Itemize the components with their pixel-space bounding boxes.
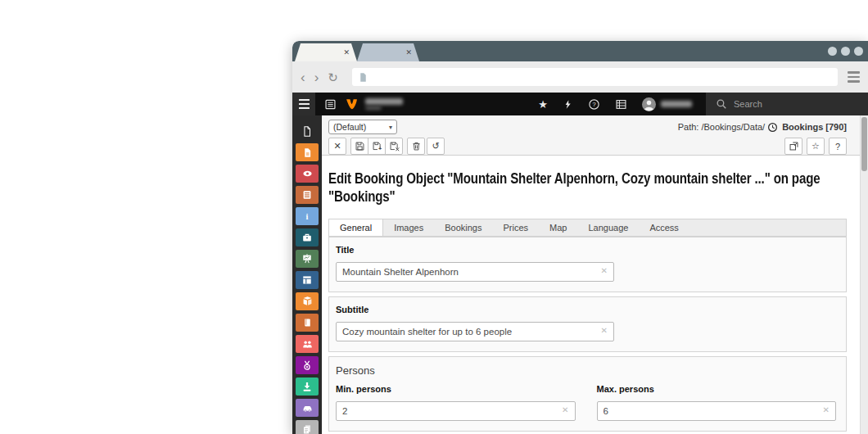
close-button[interactable]: ✕ [328, 138, 346, 155]
address-bar[interactable] [352, 68, 838, 86]
close-icon: ✕ [333, 141, 341, 151]
tab-bookings[interactable]: Bookings [434, 219, 492, 236]
content-scrollbar[interactable] [860, 115, 868, 434]
window-controls [828, 47, 863, 56]
content-area: (Default) ▾ Path: /Bookings/Data/ Bookin… [322, 115, 868, 434]
flush-cache-bolt-icon[interactable] [555, 93, 581, 115]
clear-field-icon[interactable]: ✕ [601, 267, 608, 275]
browser-tab-active[interactable]: ✕ [295, 43, 357, 61]
search-input[interactable] [734, 99, 832, 109]
save-new-icon: + [372, 141, 382, 151]
module-page-tree-icon[interactable] [296, 122, 319, 140]
save-and-close-button[interactable] [385, 138, 403, 155]
max-persons-input[interactable] [597, 401, 837, 421]
svg-text:?: ? [592, 101, 595, 108]
bookmark-button[interactable]: ☆ [807, 138, 825, 155]
typo3-logo-icon[interactable] [346, 98, 358, 111]
module-extensions-icon[interactable] [296, 292, 319, 310]
module-pages-copy-icon[interactable] [296, 420, 319, 434]
tab-close-icon[interactable]: ✕ [343, 49, 350, 57]
save-icon [355, 141, 365, 151]
persons-fieldset: Persons Min. persons ✕ Max. persons [328, 356, 847, 432]
min-persons-input[interactable] [336, 401, 576, 421]
help-icon[interactable]: ? [581, 93, 608, 115]
tab-language[interactable]: Language [577, 219, 639, 236]
tab-close-icon[interactable]: ✕ [405, 49, 412, 57]
module-transport-icon[interactable] [296, 399, 319, 417]
max-persons-label: Max. persons [597, 384, 837, 394]
svg-text:+: + [378, 146, 382, 151]
module-badges-icon[interactable] [296, 356, 319, 374]
module-template-icon[interactable] [296, 271, 319, 289]
min-persons-label: Min. persons [336, 384, 576, 394]
form-tabs: General Images Bookings Prices Map Langu… [328, 219, 847, 237]
persons-section-label: Persons [336, 364, 836, 377]
module-sidebar: i [292, 115, 322, 434]
tab-general[interactable]: General [329, 219, 383, 236]
window-control-icon[interactable] [841, 47, 850, 56]
back-icon[interactable]: ‹ [301, 70, 305, 84]
module-web-view-icon[interactable] [296, 165, 319, 183]
view-webpage-button[interactable] [784, 138, 802, 155]
typo3-topbar: ★ ? [292, 93, 868, 115]
browser-tabstrip: ✕ ✕ [292, 41, 868, 61]
modules-grid-icon[interactable] [608, 93, 635, 115]
favicon-page-icon [358, 71, 368, 84]
module-documentation-icon[interactable] [296, 314, 319, 332]
module-reports-icon[interactable] [296, 250, 319, 268]
tab-map[interactable]: Map [539, 219, 577, 236]
clear-field-icon[interactable]: ✕ [823, 406, 830, 414]
title-input[interactable] [336, 262, 614, 282]
forward-icon[interactable]: › [314, 70, 319, 84]
star-outline-icon: ☆ [811, 141, 820, 151]
clear-field-icon[interactable]: ✕ [562, 406, 568, 414]
clear-field-icon[interactable]: ✕ [601, 327, 608, 335]
module-web-page-icon[interactable] [296, 143, 319, 161]
save-and-new-button[interactable]: + [368, 138, 386, 155]
module-web-list-icon[interactable] [296, 186, 319, 204]
browser-tab-inactive[interactable]: ✕ [357, 43, 419, 61]
trash-icon [411, 141, 422, 151]
topbar-search[interactable] [706, 93, 868, 115]
browser-menu-icon[interactable] [848, 71, 860, 82]
breadcrumb: Path: /Bookings/Data/ Bookings [790] [678, 122, 847, 133]
avatar [642, 97, 656, 111]
tab-prices[interactable]: Prices [492, 219, 539, 236]
bookmark-star-icon[interactable]: ★ [531, 93, 555, 115]
module-import-export-icon[interactable] [296, 377, 319, 396]
docheader: (Default) ▾ Path: /Bookings/Data/ Bookin… [322, 115, 868, 156]
page-title: Edit Booking Object "Mountain Shelter Al… [328, 170, 841, 206]
search-icon [716, 98, 727, 110]
reload-icon[interactable]: ↻ [328, 71, 338, 84]
window-control-icon[interactable] [828, 47, 837, 56]
record-title[interactable]: Bookings [790] [782, 122, 847, 132]
title-fieldset: Title ✕ [328, 237, 847, 292]
module-menu-toggle-icon[interactable] [292, 93, 315, 115]
subtitle-fieldset: Subtitle ✕ [328, 296, 847, 352]
delete-button[interactable] [407, 138, 425, 155]
username-redacted [661, 101, 692, 107]
doc-list-icon[interactable] [324, 98, 337, 111]
module-backend-users-icon[interactable] [296, 335, 319, 353]
window-control-icon[interactable] [854, 47, 863, 56]
module-web-info-icon[interactable]: i [296, 207, 319, 225]
docheader-help-button[interactable]: ? [829, 138, 847, 155]
help-glyph: ? [835, 142, 840, 151]
browser-toolbar: ‹ › ↻ [292, 61, 868, 93]
save-button[interactable] [350, 138, 368, 155]
workspace-select-value: (Default) [333, 122, 366, 132]
module-web-functions-icon[interactable] [296, 228, 319, 246]
browser-window: ✕ ✕ ‹ › ↻ [292, 41, 868, 434]
scrollbar-thumb[interactable] [861, 117, 867, 171]
subtitle-input[interactable] [336, 322, 614, 341]
workspace-select[interactable]: (Default) ▾ [328, 120, 397, 134]
record-clock-icon [767, 122, 778, 133]
open-new-window-icon [789, 141, 799, 151]
user-menu[interactable] [635, 93, 699, 115]
undo-icon: ↺ [432, 141, 439, 151]
tab-access[interactable]: Access [639, 219, 689, 236]
site-name-redacted [365, 98, 403, 110]
tab-images[interactable]: Images [383, 219, 434, 236]
subtitle-label: Subtitle [336, 305, 836, 314]
undo-history-button[interactable]: ↺ [427, 138, 445, 155]
